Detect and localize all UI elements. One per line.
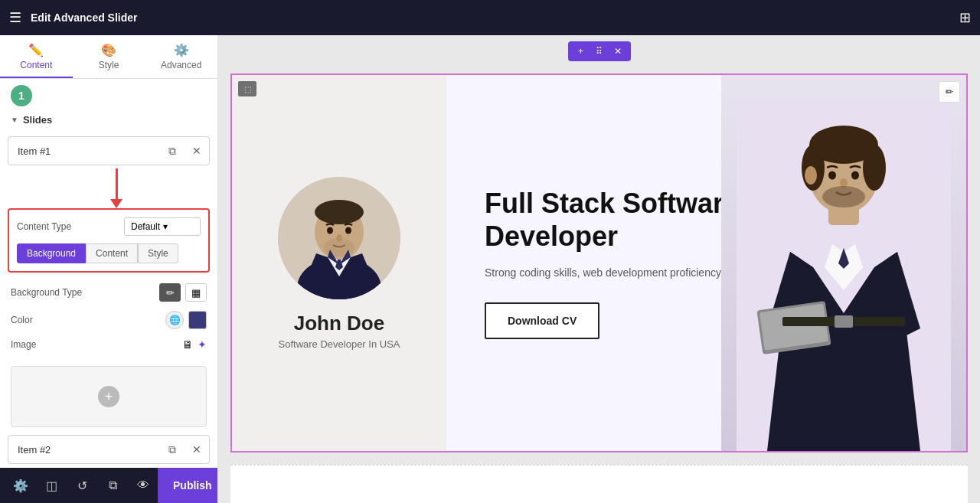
- content-tab-label: Content: [20, 60, 52, 70]
- background-type-controls: ✏ ▦: [159, 283, 207, 302]
- svg-point-5: [315, 200, 364, 224]
- toolbar-close-button[interactable]: ✕: [609, 44, 626, 59]
- svg-point-23: [828, 171, 836, 180]
- person-right-image: [721, 75, 966, 451]
- sidebar-tabs: ✏️ Content 🎨 Style ⚙️ Advanced: [0, 35, 217, 79]
- frame-button[interactable]: ⬚: [238, 81, 256, 96]
- svg-point-9: [336, 234, 342, 242]
- publish-button[interactable]: Publish: [158, 468, 218, 503]
- background-section: Background Type ✏ ▦ Color 🌐 Im: [0, 277, 217, 366]
- item-1-delete-button[interactable]: ✕: [185, 137, 209, 165]
- toolbar-move-button[interactable]: ⠿: [591, 44, 608, 59]
- item-1-copy-button[interactable]: ⧉: [160, 137, 185, 165]
- bg-type-color-button[interactable]: ✏: [159, 283, 181, 302]
- item-2-label: Item #2: [8, 436, 160, 463]
- canvas-bottom-strip: [230, 465, 968, 503]
- tab-content[interactable]: ✏️ Content: [0, 35, 73, 78]
- avatar-circle: [278, 177, 400, 299]
- svg-point-26: [822, 186, 865, 207]
- item-2-actions: ⧉ ✕: [160, 436, 209, 463]
- history-icon[interactable]: ↺: [67, 471, 96, 500]
- person-right-svg: [737, 99, 951, 451]
- step-badge: 1: [11, 85, 32, 106]
- image-row: Image 🖥 ✦: [11, 338, 207, 351]
- toolbar-add-button[interactable]: +: [573, 44, 590, 59]
- color-swatch-button[interactable]: [188, 311, 207, 329]
- color-row: Color 🌐: [11, 311, 207, 329]
- publish-btn-area: Publish ▲: [158, 468, 218, 503]
- sidebar: ✏️ Content 🎨 Style ⚙️ Advanced 1 ▼ Slide…: [0, 35, 218, 503]
- layers-icon[interactable]: ◫: [37, 471, 66, 500]
- item-2-copy-button[interactable]: ⧉: [160, 436, 185, 463]
- tab-advanced[interactable]: ⚙️ Advanced: [145, 35, 217, 78]
- bottom-bar: ⚙️ ◫ ↺ ⧉ 👁 Publish ▲: [0, 468, 217, 503]
- slides-chevron-icon: ▼: [11, 116, 18, 124]
- item-2-delete-button[interactable]: ✕: [185, 436, 209, 463]
- preview-icon[interactable]: 👁: [129, 471, 158, 500]
- person-subtitle: Software Developer In USA: [279, 338, 400, 350]
- slide-left-panel: John Doe Software Developer In USA: [232, 75, 446, 451]
- svg-point-21: [863, 145, 886, 191]
- advanced-tab-icon: ⚙️: [174, 43, 189, 57]
- slider-widget: ✏ ⬚: [230, 73, 968, 452]
- item-1-expanded-panel: Content Type Default ▾ Background Conten…: [8, 208, 210, 273]
- sub-tab-content[interactable]: Content: [86, 243, 138, 263]
- style-tab-icon: 🎨: [101, 43, 116, 57]
- color-globe-button[interactable]: 🌐: [165, 311, 184, 329]
- tab-style[interactable]: 🎨 Style: [73, 35, 145, 78]
- svg-point-7: [327, 227, 333, 234]
- color-controls: 🌐: [165, 311, 207, 329]
- slide-cta-label: Download CV: [508, 315, 577, 327]
- slides-section-label: Slides: [23, 114, 52, 126]
- item-1-label: Item #1: [8, 138, 160, 165]
- color-label: Color: [11, 315, 165, 325]
- image-label: Image: [11, 339, 182, 350]
- main-layout: ✏️ Content 🎨 Style ⚙️ Advanced 1 ▼ Slide…: [0, 35, 980, 503]
- sub-tab-content-label: Content: [96, 248, 128, 259]
- image-sparkle-icon[interactable]: ✦: [198, 338, 207, 351]
- duplicate-icon[interactable]: ⧉: [98, 471, 127, 500]
- svg-point-22: [805, 166, 817, 185]
- sub-tab-background-label: Background: [27, 248, 76, 259]
- background-type-row: Background Type ✏ ▦: [11, 283, 207, 302]
- arrow-indicator: [15, 168, 217, 208]
- avatar-image: [278, 177, 400, 299]
- sub-tab-background[interactable]: Background: [17, 243, 86, 263]
- settings-icon[interactable]: ⚙️: [6, 471, 35, 500]
- person-name: John Doe: [294, 312, 384, 335]
- content-type-label: Content Type: [17, 221, 124, 232]
- slider-toolbar-area: + ⠿ ✕: [218, 35, 980, 61]
- top-bar: ☰ Edit Advanced Slider ⊞: [0, 0, 980, 35]
- sub-tab-style-label: Style: [148, 248, 168, 259]
- bg-type-image-button[interactable]: ▦: [185, 283, 207, 302]
- step-number: 1: [18, 90, 24, 102]
- slider-widget-toolbar: + ⠿ ✕: [568, 41, 631, 61]
- sidebar-content: 1 ▼ Slides Item #1 ⧉ ✕: [0, 79, 217, 468]
- image-upload-area[interactable]: +: [11, 366, 207, 427]
- item-1-actions: ⧉ ✕: [160, 137, 209, 165]
- svg-rect-32: [835, 315, 853, 328]
- hamburger-icon[interactable]: ☰: [9, 9, 21, 26]
- image-upload-plus-icon: +: [98, 386, 119, 407]
- slide-right-panel: Full Stack Software Developer Strong cod…: [446, 75, 966, 451]
- item-1-row[interactable]: Item #1 ⧉ ✕: [8, 136, 210, 165]
- slides-section-header[interactable]: ▼ Slides: [0, 106, 217, 133]
- content-type-value: Default: [131, 221, 160, 232]
- content-type-select[interactable]: Default ▾: [124, 217, 201, 236]
- image-controls: 🖥 ✦: [182, 338, 207, 351]
- edit-corner-button[interactable]: ✏: [939, 81, 960, 103]
- bottom-bar-icons: ⚙️ ◫ ↺ ⧉ 👁: [6, 471, 158, 500]
- sub-tab-style[interactable]: Style: [138, 243, 178, 263]
- publish-label: Publish: [173, 479, 212, 492]
- svg-point-24: [851, 171, 859, 180]
- image-monitor-icon: 🖥: [182, 338, 193, 351]
- item-sub-tabs: Background Content Style: [17, 243, 201, 263]
- content-type-row: Content Type Default ▾: [17, 217, 201, 236]
- grid-icon[interactable]: ⊞: [959, 9, 971, 26]
- svg-point-8: [345, 227, 351, 234]
- slide-content: John Doe Software Developer In USA Full …: [232, 75, 966, 451]
- slide-cta-button[interactable]: Download CV: [485, 302, 599, 339]
- item-2-row[interactable]: Item #2 ⧉ ✕: [8, 435, 210, 464]
- canvas: + ⠿ ✕ ✏ ⬚: [218, 35, 980, 503]
- content-type-chevron-icon: ▾: [163, 221, 168, 232]
